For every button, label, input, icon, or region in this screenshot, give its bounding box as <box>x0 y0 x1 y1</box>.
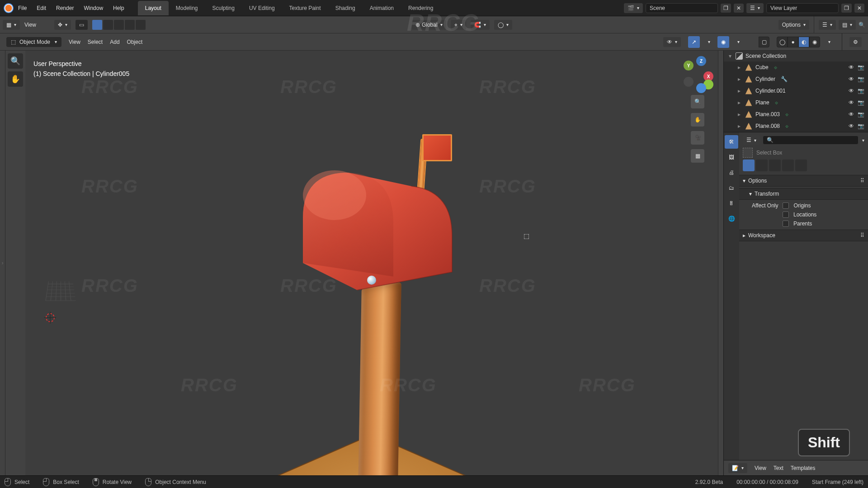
ptab-render[interactable]: 🖼 <box>725 150 738 164</box>
outliner-item-plane003[interactable]: ▸ Plane.003 ⟐ 👁📷 <box>724 108 868 120</box>
select-extend-button[interactable] <box>103 20 113 30</box>
props-display-button[interactable]: ☰▾ <box>743 135 760 145</box>
workspace-section[interactable]: ▸Workspace⠿ <box>739 230 868 241</box>
eye-icon[interactable]: 👁 <box>849 123 854 129</box>
scene-name-input[interactable]: Scene <box>646 3 718 13</box>
origins-checkbox[interactable] <box>783 202 789 209</box>
ptab-world[interactable]: 🌐 <box>725 212 738 225</box>
tab-texturepaint[interactable]: Texture Paint <box>282 1 328 15</box>
shading-rendered[interactable]: ◉ <box>809 37 820 47</box>
xray-toggle[interactable]: ▢ <box>759 37 769 47</box>
camera-icon[interactable]: 📷 <box>858 111 864 117</box>
outliner-item-cylinder001[interactable]: ▸ Cylinder.001 👁📷 <box>724 85 868 97</box>
tab-animation[interactable]: Animation <box>363 1 401 15</box>
new-viewlayer-button[interactable]: ❐ <box>841 4 852 13</box>
shading-material[interactable]: ◐ <box>798 37 809 47</box>
camera-icon[interactable]: 📷 <box>858 64 864 70</box>
ptab-tool[interactable]: 🛠 <box>725 135 738 149</box>
eye-icon[interactable]: 👁 <box>849 111 854 117</box>
snap-toggle[interactable]: 🧲▾ <box>471 20 490 30</box>
texteditor-menu-templates[interactable]: Templates <box>791 465 816 471</box>
viewlayer-name-input[interactable]: View Layer <box>766 3 839 13</box>
shading-solid[interactable]: ● <box>788 37 798 47</box>
viewport-menu-object[interactable]: Object <box>127 39 143 45</box>
menu-render[interactable]: Render <box>56 5 74 11</box>
props-search[interactable]: 🔍 <box>763 136 859 145</box>
axis-neg-z-dot[interactable] <box>696 83 706 93</box>
camera-icon[interactable]: 📷 <box>858 99 864 106</box>
tool-zoom[interactable]: 🔍 <box>8 53 23 69</box>
eye-icon[interactable]: 👁 <box>849 64 854 70</box>
zoom-gizmo[interactable]: 🔍 <box>691 95 704 108</box>
outliner-editor-type[interactable]: ☰▾ <box>819 20 836 30</box>
tab-layout[interactable]: Layout <box>138 1 169 15</box>
select-invert-button[interactable] <box>125 20 135 30</box>
camera-icon[interactable]: 📷 <box>858 123 864 129</box>
options-dropdown[interactable]: Options ▾ <box>778 20 809 30</box>
menu-window[interactable]: Window <box>84 5 103 11</box>
n-panel-handle[interactable] <box>718 51 723 475</box>
selmode-intersect[interactable] <box>795 160 807 171</box>
menu-edit[interactable]: Edit <box>37 5 46 11</box>
texteditor-menu-view[interactable]: View <box>755 465 766 471</box>
new-scene-button[interactable]: ❐ <box>721 4 731 13</box>
options-section[interactable]: ▾Options⠿ <box>739 175 868 187</box>
pan-gizmo[interactable]: ✋ <box>691 113 704 127</box>
viewport-menu-add[interactable]: Add <box>110 39 119 45</box>
eye-icon[interactable]: 👁 <box>849 99 854 106</box>
tab-modeling[interactable]: Modeling <box>169 1 205 15</box>
outliner-display-mode[interactable]: ▤▾ <box>839 20 856 30</box>
disclose-icon[interactable]: ▾ <box>727 53 733 59</box>
pivot-dropdown[interactable]: ⌖▾ <box>451 20 466 30</box>
ptab-output[interactable]: 🖨 <box>725 166 738 179</box>
tab-rendering[interactable]: Rendering <box>401 1 440 15</box>
outliner-item-cylinder[interactable]: ▸ Cylinder 🔧 👁📷 <box>724 73 868 85</box>
cursor-tool-button[interactable]: ✥▾ <box>54 20 71 30</box>
parents-checkbox[interactable] <box>783 221 789 227</box>
editor-type-button[interactable]: ▦▾ <box>3 20 20 30</box>
selmode-extend[interactable] <box>756 160 768 171</box>
selmode-subtract[interactable] <box>769 160 781 171</box>
proportional-edit-toggle[interactable]: ◯▾ <box>494 20 512 30</box>
outliner-filter-button[interactable]: ⚙ <box>849 37 862 47</box>
viewport-menu-select[interactable]: Select <box>88 39 103 45</box>
header-view-menu[interactable]: View <box>24 22 36 28</box>
camera-icon[interactable]: 📷 <box>858 76 864 82</box>
camera-gizmo[interactable]: 🎥 <box>691 131 704 145</box>
delete-viewlayer-button[interactable]: ✕ <box>854 4 864 13</box>
viewport-menu-view[interactable]: View <box>69 39 80 45</box>
overlays-toggle[interactable]: ◉ <box>717 36 729 48</box>
shading-wireframe[interactable]: ◯ <box>777 37 788 47</box>
scene-browse-button[interactable]: 🎬▾ <box>624 3 643 13</box>
eye-icon[interactable]: 👁 <box>849 76 854 82</box>
orientation-dropdown[interactable]: ⊕ Global ▾ <box>412 20 446 30</box>
selmode-invert[interactable] <box>782 160 794 171</box>
tab-uvediting[interactable]: UV Editing <box>242 1 282 15</box>
select-tool-button[interactable]: ▭ <box>75 20 88 30</box>
menu-file[interactable]: File <box>18 5 27 11</box>
tool-pan[interactable]: ✋ <box>8 71 23 87</box>
tab-sculpting[interactable]: Sculpting <box>205 1 242 15</box>
texteditor-type-button[interactable]: 📝▾ <box>728 463 747 473</box>
left-expand-handle[interactable]: › <box>0 51 5 475</box>
selmode-new[interactable] <box>743 160 755 171</box>
select-new-button[interactable] <box>92 20 102 30</box>
select-subtract-button[interactable] <box>114 20 124 30</box>
gizmo-toggle[interactable]: ↗ <box>688 36 700 48</box>
ptab-viewlayer[interactable]: 🗂 <box>725 181 738 195</box>
props-options-dropdown[interactable]: ▾ <box>862 138 864 143</box>
axis-neg-x[interactable] <box>684 77 693 87</box>
axis-y[interactable]: Y <box>684 61 693 70</box>
ptab-scene[interactable]: 🎚 <box>725 197 738 210</box>
outliner-item-cube[interactable]: ▸ Cube ⟐ 👁📷 <box>724 61 868 73</box>
outliner-item-plane[interactable]: ▸ Plane ⟐ 👁📷 <box>724 97 868 108</box>
camera-icon[interactable]: 📷 <box>858 88 864 94</box>
select-intersect-button[interactable] <box>136 20 146 30</box>
visibility-dropdown[interactable]: 👁▾ <box>663 37 681 47</box>
tab-shading[interactable]: Shading <box>328 1 363 15</box>
3d-viewport[interactable]: User Perspective (1) Scene Collection | … <box>25 51 718 475</box>
eye-icon[interactable]: 👁 <box>849 88 854 94</box>
mode-selector[interactable]: ⬚ Object Mode ▾ <box>6 37 61 47</box>
delete-scene-button[interactable]: ✕ <box>734 4 744 13</box>
menu-help[interactable]: Help <box>113 5 124 11</box>
